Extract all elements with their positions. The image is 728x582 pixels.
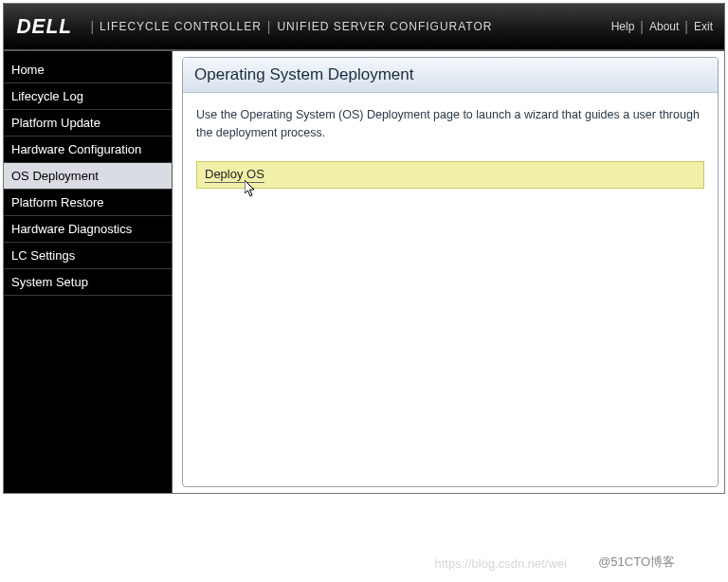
sidebar-item-lifecycle-log[interactable]: Lifecycle Log [4,83,172,110]
deploy-os-label: Deploy OS [205,167,264,183]
sidebar-item-platform-restore[interactable]: Platform Restore [4,190,172,216]
header-title-separator: | [267,19,272,34]
page-description: Use the Operating System (OS) Deployment… [196,106,704,142]
header-bar: DELL | LIFECYCLE CONTROLLER | UNIFIED SE… [4,4,724,51]
dell-logo: DELL [17,14,72,39]
watermark-url: https://blog.csdn.net/wei [435,556,567,571]
page-title: Operating System Deployment [183,58,718,93]
sidebar-item-home[interactable]: Home [4,57,172,83]
about-link[interactable]: About [649,20,679,33]
header-links: Help | About | Exit [611,19,713,34]
sidebar-item-hardware-configuration[interactable]: Hardware Configuration [4,136,172,163]
exit-link[interactable]: Exit [694,20,713,33]
main-area: Operating System Deployment Use the Oper… [173,51,724,493]
app-window: DELL | LIFECYCLE CONTROLLER | UNIFIED SE… [3,3,725,494]
header-separator: | [90,19,94,34]
header-title-2: UNIFIED SERVER CONFIGURATOR [277,20,492,33]
link-separator-2: | [684,19,688,34]
header-title-1: LIFECYCLE CONTROLLER [100,20,262,33]
sidebar: Home Lifecycle Log Platform Update Hardw… [4,51,173,493]
sidebar-item-system-setup[interactable]: System Setup [4,269,172,296]
help-link[interactable]: Help [611,20,635,33]
header-title: LIFECYCLE CONTROLLER | UNIFIED SERVER CO… [100,19,492,34]
watermark-attribution: @51CTO博客 [598,554,675,571]
sidebar-item-lc-settings[interactable]: LC Settings [4,243,172,269]
body: Home Lifecycle Log Platform Update Hardw… [4,51,724,493]
sidebar-item-platform-update[interactable]: Platform Update [4,110,172,136]
deploy-os-button[interactable]: Deploy OS [196,161,704,189]
sidebar-item-hardware-diagnostics[interactable]: Hardware Diagnostics [4,216,172,243]
sidebar-item-os-deployment[interactable]: OS Deployment [4,163,172,190]
main-panel: Operating System Deployment Use the Oper… [182,57,719,487]
panel-body: Use the Operating System (OS) Deployment… [183,93,718,202]
link-separator-1: | [640,19,644,34]
